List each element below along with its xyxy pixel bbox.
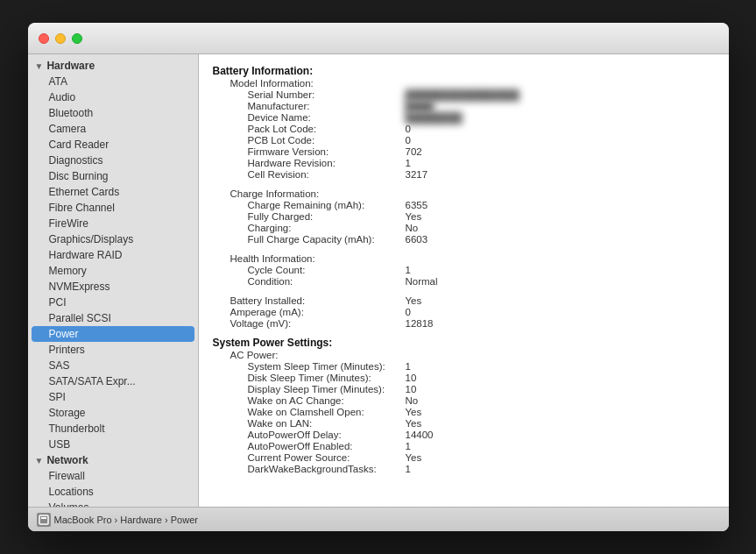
sidebar-item-power[interactable]: Power <box>32 326 194 342</box>
info-label: Pack Lot Code: <box>213 124 406 134</box>
info-label: Amperage (mA): <box>213 307 406 317</box>
info-value: ████ <box>406 101 435 111</box>
section-title: Battery Information: <box>213 65 715 77</box>
info-label: DarkWakeBackgroundTasks: <box>213 464 406 474</box>
sidebar-item-ata[interactable]: ATA <box>28 74 198 89</box>
info-value: Yes <box>406 418 422 429</box>
sidebar-item-camera[interactable]: Camera <box>28 121 198 137</box>
info-row: Display Sleep Timer (Minutes):10 <box>213 384 715 394</box>
info-label: AC Power: <box>213 350 406 360</box>
info-label: System Sleep Timer (Minutes): <box>213 361 406 372</box>
sidebar-item-sata-sata-expr---[interactable]: SATA/SATA Expr... <box>28 373 198 389</box>
info-value: 6603 <box>406 234 428 245</box>
sidebar[interactable]: ▼HardwareATAAudioBluetoothCameraCard Rea… <box>28 54 199 507</box>
info-label: Fully Charged: <box>213 211 406 222</box>
info-label: Current Power Source: <box>213 452 406 463</box>
arrow-icon: ▼ <box>35 456 44 465</box>
info-row: Charging:No <box>213 223 715 233</box>
info-value: 10 <box>406 384 417 394</box>
info-value: 0 <box>406 124 411 134</box>
info-row: Device Name:████████ <box>213 112 715 123</box>
info-value: Yes <box>406 295 422 306</box>
sidebar-item-audio[interactable]: Audio <box>28 89 198 105</box>
info-label: Full Charge Capacity (mAh): <box>213 234 406 245</box>
sidebar-item-graphics-displays[interactable]: Graphics/Displays <box>28 231 198 247</box>
info-row: Fully Charged:Yes <box>213 211 715 222</box>
sidebar-item-ethernet-cards[interactable]: Ethernet Cards <box>28 184 198 200</box>
sidebar-item-memory[interactable]: Memory <box>28 263 198 279</box>
main-window: ▼HardwareATAAudioBluetoothCameraCard Rea… <box>28 23 729 531</box>
statusbar-icon <box>37 513 51 527</box>
sidebar-item-storage[interactable]: Storage <box>28 405 198 421</box>
sidebar-item-sas[interactable]: SAS <box>28 358 198 373</box>
info-value: 0 <box>406 135 411 146</box>
sidebar-item-fibre-channel[interactable]: Fibre Channel <box>28 200 198 216</box>
info-row: DarkWakeBackgroundTasks:1 <box>213 464 715 474</box>
info-row: Firmware Version:702 <box>213 146 715 157</box>
arrow-icon: ▼ <box>35 61 44 71</box>
sidebar-section-network[interactable]: ▼Network <box>28 452 198 468</box>
info-value: Yes <box>406 452 422 463</box>
info-row: Voltage (mV):12818 <box>213 318 715 329</box>
info-row: Charge Information: <box>213 188 715 199</box>
info-row: Hardware Revision:1 <box>213 158 715 168</box>
section-title: System Power Settings: <box>213 337 715 349</box>
info-row: Amperage (mA):0 <box>213 307 715 317</box>
info-value: Yes <box>406 407 422 417</box>
sidebar-item-parallel-scsi[interactable]: Parallel SCSI <box>28 310 198 326</box>
close-button[interactable] <box>39 33 49 44</box>
info-row: System Sleep Timer (Minutes):1 <box>213 361 715 372</box>
info-value: 702 <box>406 146 422 157</box>
info-label: Device Name: <box>213 112 406 123</box>
info-value: 12818 <box>406 318 434 329</box>
sidebar-item-nvmexpress[interactable]: NVMExpress <box>28 279 198 295</box>
info-value: ████████████████ <box>406 89 519 100</box>
info-row: Wake on Clamshell Open:Yes <box>213 407 715 417</box>
sidebar-item-volumes[interactable]: Volumes <box>28 500 198 507</box>
info-row: Manufacturer:████ <box>213 101 715 111</box>
sidebar-item-spi[interactable]: SPI <box>28 389 198 405</box>
sidebar-item-locations[interactable]: Locations <box>28 484 198 500</box>
sidebar-item-firewire[interactable]: FireWire <box>28 216 198 231</box>
sidebar-item-card-reader[interactable]: Card Reader <box>28 137 198 153</box>
info-label: Disk Sleep Timer (Minutes): <box>213 373 406 383</box>
sidebar-item-disc-burning[interactable]: Disc Burning <box>28 168 198 184</box>
sidebar-item-pci[interactable]: PCI <box>28 295 198 310</box>
info-label: Battery Installed: <box>213 295 406 306</box>
info-row: Pack Lot Code:0 <box>213 124 715 134</box>
info-label: Manufacturer: <box>213 101 406 111</box>
info-label: Wake on AC Change: <box>213 395 406 406</box>
sidebar-item-bluetooth[interactable]: Bluetooth <box>28 105 198 121</box>
info-row: Serial Number:████████████████ <box>213 89 715 100</box>
info-value: No <box>406 395 419 406</box>
info-label: Charge Remaining (mAh): <box>213 200 406 210</box>
info-label: Voltage (mV): <box>213 318 406 329</box>
info-label: Firmware Version: <box>213 146 406 157</box>
breadcrumb: MacBook Pro › Hardware › Power <box>54 515 198 525</box>
minimize-button[interactable] <box>55 33 66 44</box>
sidebar-item-diagnostics[interactable]: Diagnostics <box>28 153 198 168</box>
sidebar-item-printers[interactable]: Printers <box>28 342 198 358</box>
info-value: 1 <box>406 464 411 474</box>
info-row: Wake on LAN:Yes <box>213 418 715 429</box>
info-row: Full Charge Capacity (mAh):6603 <box>213 234 715 245</box>
info-label: Charging: <box>213 223 406 233</box>
info-value: No <box>406 223 419 233</box>
info-label: Wake on Clamshell Open: <box>213 407 406 417</box>
info-label: Cycle Count: <box>213 265 406 275</box>
ac-power-group: AC Power:System Sleep Timer (Minutes):1D… <box>213 350 715 474</box>
charge-info-group: Charge Information:Charge Remaining (mAh… <box>213 188 715 245</box>
statusbar: MacBook Pro › Hardware › Power <box>28 507 729 531</box>
info-row: Wake on AC Change:No <box>213 395 715 406</box>
sidebar-item-usb[interactable]: USB <box>28 437 198 452</box>
content-area: Battery Information:Model Information:Se… <box>199 54 729 507</box>
info-row: AC Power: <box>213 350 715 360</box>
sidebar-item-hardware-raid[interactable]: Hardware RAID <box>28 247 198 263</box>
info-label: Hardware Revision: <box>213 158 406 168</box>
sidebar-item-thunderbolt[interactable]: Thunderbolt <box>28 421 198 437</box>
info-label: Health Information: <box>213 253 406 264</box>
sidebar-item-firewall[interactable]: Firewall <box>28 468 198 484</box>
maximize-button[interactable] <box>72 33 82 44</box>
info-row: Disk Sleep Timer (Minutes):10 <box>213 373 715 383</box>
sidebar-section-hardware[interactable]: ▼Hardware <box>28 58 198 74</box>
